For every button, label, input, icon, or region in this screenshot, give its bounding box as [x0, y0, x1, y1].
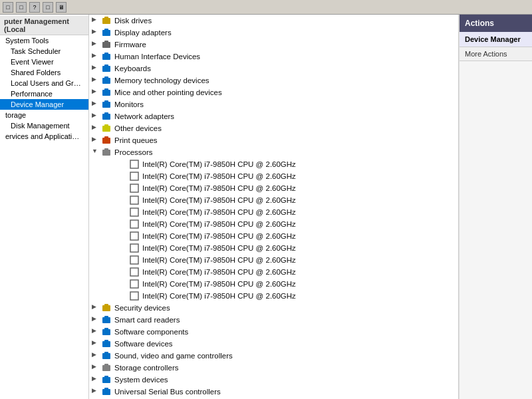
- expander-disk-drives[interactable]: ▶: [92, 16, 101, 25]
- tree-item-proc11[interactable]: Intel(R) Core(TM) i7-9850H CPU @ 2.60GHz: [89, 278, 458, 290]
- expander-network[interactable]: ▶: [92, 112, 101, 121]
- tree-item-network[interactable]: ▶Network adapters: [89, 110, 458, 122]
- expander-proc3[interactable]: [120, 184, 129, 193]
- tree-item-system[interactable]: ▶System devices: [89, 374, 458, 386]
- tree-item-software-dev[interactable]: ▶Software devices: [89, 338, 458, 350]
- expander-human-interface[interactable]: ▶: [92, 52, 101, 61]
- svg-rect-20: [102, 138, 110, 144]
- sidebar-item-local-users[interactable]: Local Users and Groups: [0, 78, 88, 88]
- expander-display-adapters[interactable]: ▶: [92, 28, 101, 37]
- sidebar-item-event-viewer[interactable]: Event Viewer: [0, 57, 88, 67]
- tree-item-proc2[interactable]: Intel(R) Core(TM) i7-9850H CPU @ 2.60GHz: [89, 170, 458, 182]
- tree-item-storage[interactable]: ▶Storage controllers: [89, 362, 458, 374]
- sidebar-item-system-tools[interactable]: System Tools: [0, 35, 88, 46]
- expander-processors[interactable]: ▼: [92, 148, 101, 157]
- sidebar-item-task-scheduler[interactable]: Task Scheduler: [0, 46, 88, 57]
- expander-smart-card[interactable]: ▶: [92, 315, 101, 325]
- tree-item-display-adapters[interactable]: ▶Display adapters: [89, 27, 458, 39]
- tree-item-monitors[interactable]: ▶Monitors: [89, 98, 458, 110]
- expander-proc8[interactable]: [120, 243, 129, 253]
- tb-icon-3[interactable]: ?: [29, 2, 40, 13]
- expander-proc10[interactable]: [120, 267, 129, 277]
- label-keyboards: Keyboards: [114, 65, 456, 72]
- label-other-devices: Other devices: [114, 124, 456, 132]
- expander-mice[interactable]: ▶: [92, 88, 101, 97]
- svg-rect-7: [104, 53, 108, 55]
- expander-proc2[interactable]: [120, 172, 129, 181]
- icon-firmware: [101, 39, 112, 50]
- sidebar-item-device-manager[interactable]: Device Manager: [0, 99, 88, 110]
- expander-proc4[interactable]: [120, 196, 129, 205]
- tree-item-keyboards[interactable]: ▶Keyboards: [89, 63, 458, 74]
- tree-item-other-devices[interactable]: ▶Other devices: [89, 122, 458, 134]
- expander-proc7[interactable]: [120, 231, 129, 241]
- tree-item-print-queues[interactable]: ▶Print queues: [89, 134, 458, 146]
- tree-area[interactable]: ▶Disk drives▶Display adapters▶Firmware▶H…: [89, 15, 459, 399]
- sidebar-item-shared-folders[interactable]: Shared Folders: [0, 67, 88, 78]
- tb-icon-2[interactable]: □: [16, 2, 27, 13]
- tree-item-mice[interactable]: ▶Mice and other pointing devices: [89, 86, 458, 98]
- title-bar: □ □ ? □ 🖥: [0, 0, 532, 15]
- svg-rect-31: [130, 244, 138, 252]
- tree-item-proc5[interactable]: Intel(R) Core(TM) i7-9850H CPU @ 2.60GHz: [89, 206, 458, 218]
- icon-proc10: [129, 267, 140, 277]
- expander-other-devices[interactable]: ▶: [92, 124, 101, 133]
- expander-proc6[interactable]: [120, 219, 129, 229]
- expander-proc5[interactable]: [120, 207, 129, 217]
- tree-item-memory-tech[interactable]: ▶Memory technology devices: [89, 74, 458, 86]
- expander-system[interactable]: ▶: [92, 375, 101, 384]
- tree-item-security[interactable]: ▶Security devices: [89, 302, 458, 314]
- tree-item-proc12[interactable]: Intel(R) Core(TM) i7-9850H CPU @ 2.60GHz: [89, 290, 458, 302]
- sidebar-item-services[interactable]: ervices and Applications: [0, 131, 88, 142]
- expander-sound[interactable]: ▶: [92, 351, 101, 360]
- expander-software-comp[interactable]: ▶: [92, 327, 101, 336]
- svg-rect-30: [130, 232, 138, 240]
- tree-item-sound[interactable]: ▶Sound, video and game controllers: [89, 350, 458, 362]
- label-proc11: Intel(R) Core(TM) i7-9850H CPU @ 2.60GHz: [142, 280, 456, 288]
- expander-proc1[interactable]: [120, 160, 129, 169]
- expander-proc12[interactable]: [120, 291, 129, 301]
- tree-item-proc4[interactable]: Intel(R) Core(TM) i7-9850H CPU @ 2.60GHz: [89, 194, 458, 206]
- expander-monitors[interactable]: ▶: [92, 100, 101, 109]
- device-manager-button[interactable]: Device Manager: [460, 32, 532, 47]
- sidebar-item-disk-management[interactable]: Disk Management: [0, 120, 88, 131]
- icon-proc1: [129, 159, 140, 170]
- sidebar-item-storage[interactable]: torage: [0, 110, 88, 120]
- tree-item-proc8[interactable]: Intel(R) Core(TM) i7-9850H CPU @ 2.60GHz: [89, 242, 458, 254]
- expander-print-queues[interactable]: ▶: [92, 136, 101, 145]
- tree-item-software-comp[interactable]: ▶Software components: [89, 326, 458, 338]
- tree-item-proc10[interactable]: Intel(R) Core(TM) i7-9850H CPU @ 2.60GHz: [89, 266, 458, 278]
- tree-item-usb[interactable]: ▶Universal Serial Bus controllers: [89, 386, 458, 398]
- sidebar-item-performance[interactable]: Performance: [0, 88, 88, 99]
- tree-item-processors[interactable]: ▼Processors: [89, 146, 458, 158]
- tree-item-smart-card[interactable]: ▶Smart card readers: [89, 314, 458, 326]
- expander-memory-tech[interactable]: ▶: [92, 76, 101, 85]
- label-monitors: Monitors: [114, 100, 456, 108]
- expander-security[interactable]: ▶: [92, 303, 101, 313]
- tree-item-firmware[interactable]: ▶Firmware: [89, 39, 458, 51]
- icon-security: [101, 303, 112, 313]
- expander-storage[interactable]: ▶: [92, 363, 101, 372]
- expander-proc9[interactable]: [120, 255, 129, 265]
- label-display-adapters: Display adapters: [114, 29, 456, 37]
- tb-icon-4[interactable]: □: [43, 2, 53, 13]
- tb-icon-1[interactable]: □: [3, 2, 13, 13]
- expander-software-dev[interactable]: ▶: [92, 339, 101, 348]
- icon-software-dev: [101, 338, 112, 349]
- expander-usb[interactable]: ▶: [92, 387, 101, 396]
- expander-keyboards[interactable]: ▶: [92, 64, 101, 73]
- more-actions-button[interactable]: More Actions: [460, 47, 532, 61]
- expander-proc11[interactable]: [120, 279, 129, 289]
- label-storage: Storage controllers: [114, 364, 456, 372]
- expander-firmware[interactable]: ▶: [92, 40, 101, 49]
- tree-item-proc7[interactable]: Intel(R) Core(TM) i7-9850H CPU @ 2.60GHz: [89, 230, 458, 242]
- tree-item-disk-drives[interactable]: ▶Disk drives: [89, 15, 458, 27]
- label-software-comp: Software components: [114, 328, 456, 336]
- tree-item-proc9[interactable]: Intel(R) Core(TM) i7-9850H CPU @ 2.60GHz: [89, 254, 458, 266]
- tree-item-proc1[interactable]: Intel(R) Core(TM) i7-9850H CPU @ 2.60GHz: [89, 158, 458, 170]
- svg-rect-22: [102, 150, 110, 156]
- tree-item-proc6[interactable]: Intel(R) Core(TM) i7-9850H CPU @ 2.60GHz: [89, 218, 458, 230]
- tb-icon-5[interactable]: 🖥: [56, 2, 66, 13]
- tree-item-human-interface[interactable]: ▶Human Interface Devices: [89, 51, 458, 63]
- tree-item-proc3[interactable]: Intel(R) Core(TM) i7-9850H CPU @ 2.60GHz: [89, 182, 458, 194]
